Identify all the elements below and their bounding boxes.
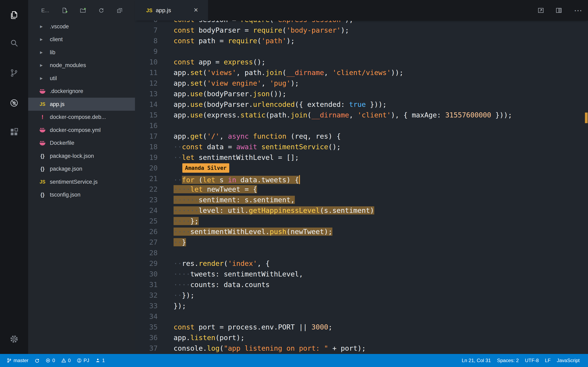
code-text[interactable]: ··const data = await sentimentService(); — [173, 142, 341, 152]
split-editor-icon[interactable] — [554, 6, 563, 15]
code-text[interactable]: ····counts: data.counts — [173, 279, 270, 290]
code-text[interactable]: ··}); — [173, 290, 194, 300]
explorer-icon[interactable] — [0, 5, 28, 25]
explorer-title: E... — [41, 6, 49, 15]
code-line-37: 37console.log("app listening on port: " … — [135, 343, 588, 354]
tree-item-label: sentimentService.js — [50, 179, 98, 185]
tree-item-tsconfig-json[interactable]: {}tsconfig.json — [28, 188, 135, 201]
code-text[interactable]: }); — [173, 300, 186, 311]
tree-item-sentimentservice-js[interactable]: JSsentimentService.js — [28, 175, 135, 188]
settings-gear-icon[interactable] — [0, 329, 28, 349]
code-text[interactable]: const port = process.env.PORT || 3000; — [173, 322, 332, 332]
code-line-32: 32··}); — [135, 290, 588, 300]
new-folder-icon[interactable] — [79, 6, 87, 15]
tree-item-dockerfile[interactable]: Dockerfile — [28, 137, 135, 150]
code-text[interactable]: ··res.render('index', { — [173, 258, 270, 269]
tree-item-node-modules[interactable]: ▸node_modules — [28, 59, 135, 72]
folder-chevron-icon: ▸ — [40, 75, 43, 81]
line-number: 37 — [135, 343, 158, 354]
braces-file-icon: {} — [38, 192, 47, 198]
code-text[interactable]: ······level: util.getHappinessLevel(s.se… — [173, 205, 374, 216]
code-line-36: 36app.listen(port); — [135, 332, 588, 343]
tree-item-package-json[interactable]: {}package.json — [28, 162, 135, 175]
activity-bar — [0, 0, 28, 354]
status-sync[interactable] — [31, 354, 43, 367]
tree-item-label: package.json — [50, 166, 82, 172]
code-text[interactable]: ······sentiment: s.sentiment, — [173, 194, 295, 205]
status-live-share-session-label: PJ — [84, 358, 89, 363]
line-number: 16 — [135, 120, 158, 131]
vscode-window: E... — [0, 0, 588, 367]
line-number: 24 — [135, 205, 158, 216]
code-text[interactable]: app.listen(port); — [173, 332, 245, 343]
explorer-header: E... — [28, 6, 135, 15]
status-errors[interactable]: 0 — [43, 354, 58, 367]
line-number: 9 — [135, 46, 158, 57]
tree-item-package-lock-json[interactable]: {}package-lock.json — [28, 150, 135, 162]
status-eol-label: LF — [545, 358, 551, 363]
code-line-31: 31····counts: data.counts — [135, 279, 588, 290]
code-text[interactable]: ····sentimentWithLevel.push(newTweet); — [173, 226, 332, 237]
code-text[interactable]: console.log("app listening on port: " + … — [173, 343, 366, 354]
open-changes-icon[interactable] — [536, 6, 545, 15]
extensions-icon[interactable] — [0, 122, 28, 142]
status-language-mode[interactable]: JavaScript — [554, 354, 583, 367]
tree-item-lib[interactable]: ▸lib — [28, 46, 135, 59]
overview-ruler-selection-mark — [585, 113, 588, 123]
code-text[interactable]: app.use(bodyParser.json()); — [173, 89, 286, 99]
source-control-icon[interactable] — [0, 63, 28, 83]
tab-app-js[interactable]: JS app.js × — [135, 0, 208, 21]
status-eol[interactable]: LF — [542, 354, 554, 367]
code-text[interactable]: app.set('views', path.join(__dirname, 'c… — [173, 67, 403, 78]
tree-item-docker-compose-deb[interactable]: !docker-compose.deb... — [28, 111, 135, 124]
tree-item-label: app.js — [50, 101, 65, 107]
new-file-icon[interactable] — [61, 6, 69, 15]
code-text[interactable]: const session = require('express-session… — [173, 21, 353, 25]
more-actions-icon[interactable]: ⋯ — [573, 6, 582, 15]
code-text[interactable]: ····tweets: sentimentWithLevel, — [173, 269, 303, 279]
debug-icon[interactable] — [0, 93, 28, 113]
line-number: 21 — [135, 173, 158, 184]
status-indentation[interactable]: Spaces: 2 — [494, 354, 522, 367]
status-warnings[interactable]: 0 — [58, 354, 74, 367]
search-icon[interactable] — [0, 33, 28, 53]
code-text[interactable]: ····}; — [173, 216, 199, 226]
code-text[interactable]: const path = require('path'); — [173, 35, 295, 46]
status-live-share-session[interactable]: PJ — [74, 354, 92, 367]
code-line-12: 12app.set('view engine', 'pug'); — [135, 78, 588, 89]
code-text[interactable]: const app = express(); — [173, 57, 265, 67]
js-file-icon: JS — [38, 179, 47, 184]
tree-item-app-js[interactable]: JSapp.js — [28, 98, 135, 111]
line-number: 31 — [135, 279, 158, 290]
tree-item-label: util — [50, 75, 57, 81]
tree-item-vscode[interactable]: ▸.vscode — [28, 20, 135, 33]
code-text[interactable]: ··} — [173, 237, 186, 248]
code-text[interactable]: app.use(express.static(path.join(__dirna… — [173, 110, 512, 120]
tree-item-dockerignore[interactable]: .dockerignore — [28, 85, 135, 98]
refresh-icon[interactable] — [97, 6, 105, 15]
code-text[interactable]: app.set('view engine', 'pug'); — [173, 78, 299, 89]
code-text[interactable]: const bodyParser = require('body-parser'… — [173, 25, 349, 35]
code-text[interactable]: ··let sentimentWithLevel = []; — [173, 152, 299, 163]
status-encoding[interactable]: UTF-8 — [522, 354, 542, 367]
status-cursor-position[interactable]: Ln 21, Col 31 — [458, 354, 494, 367]
line-number: 35 — [135, 322, 158, 332]
tree-item-util[interactable]: ▸util — [28, 72, 135, 85]
line-number: 15 — [135, 110, 158, 120]
code-area[interactable]: 6const session = require('express-sessio… — [135, 21, 588, 354]
tree-item-docker-compose-yml[interactable]: docker-compose.yml — [28, 124, 135, 137]
code-text[interactable]: app.use(bodyParser.urlencoded({ extended… — [173, 99, 387, 110]
collapse-all-icon[interactable] — [116, 6, 124, 15]
status-participants[interactable]: 1 — [92, 354, 108, 367]
tree-item-label: node_modules — [50, 62, 86, 68]
tree-item-label: .dockerignore — [50, 88, 83, 94]
tree-item-label: .vscode — [50, 23, 69, 30]
close-tab-icon[interactable]: × — [194, 6, 198, 14]
code-text[interactable]: app.get('/', async function (req, res) { — [173, 131, 341, 142]
tree-item-client[interactable]: ▸client — [28, 33, 135, 46]
braces-file-icon: {} — [38, 166, 47, 172]
code-line-17: 17app.get('/', async function (req, res)… — [135, 131, 588, 142]
code-text[interactable]: ··for (let s in data.tweets) { — [173, 173, 300, 185]
status-git-branch[interactable]: master — [4, 354, 31, 367]
code-text[interactable]: ····let newTweet = { — [173, 184, 257, 194]
